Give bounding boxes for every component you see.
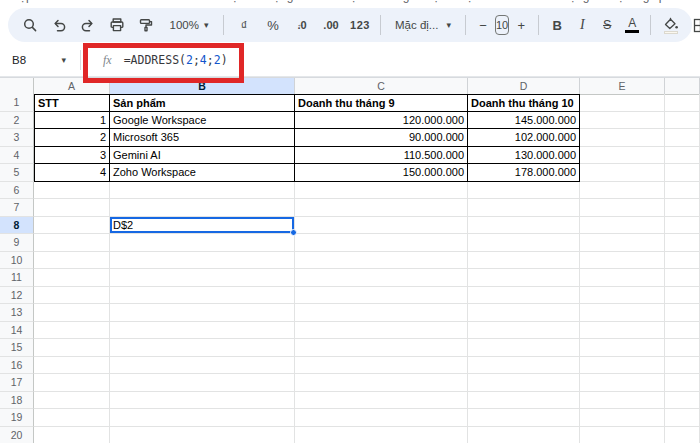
cell-C16[interactable]: [295, 357, 468, 375]
cell-B10[interactable]: [110, 252, 295, 270]
cell-C17[interactable]: [295, 374, 468, 392]
cell-A6[interactable]: [34, 182, 110, 200]
cell-E14[interactable]: [580, 322, 665, 340]
cell-A14[interactable]: [34, 322, 110, 340]
cell-D1[interactable]: Doanh thu tháng 10: [468, 94, 580, 112]
cell-partial12[interactable]: [665, 287, 700, 305]
cell-C10[interactable]: [295, 252, 468, 270]
cell-D16[interactable]: [468, 357, 580, 375]
cell-partial20[interactable]: [665, 427, 700, 443]
cell-E15[interactable]: [580, 339, 665, 357]
cell-B2[interactable]: Google Workspace: [110, 112, 295, 130]
cell-A16[interactable]: [34, 357, 110, 375]
row-header-4[interactable]: 4: [0, 147, 34, 165]
cell-D11[interactable]: [468, 269, 580, 287]
cell-B7[interactable]: [110, 199, 295, 217]
cell-E16[interactable]: [580, 357, 665, 375]
cell-A9[interactable]: [34, 234, 110, 252]
bold-button[interactable]: B: [545, 12, 569, 38]
cell-E9[interactable]: [580, 234, 665, 252]
row-header-9[interactable]: 9: [0, 234, 34, 252]
column-header-D[interactable]: D: [468, 78, 580, 95]
cell-C12[interactable]: [295, 287, 468, 305]
column-header-partial[interactable]: [665, 78, 700, 95]
print-button[interactable]: [103, 12, 131, 38]
cell-E20[interactable]: [580, 427, 665, 443]
cell-partial1[interactable]: [665, 94, 700, 112]
cell-D19[interactable]: [468, 409, 580, 427]
cell-A7[interactable]: [34, 199, 110, 217]
cell-D5[interactable]: 178.000.000: [468, 164, 580, 182]
cell-D15[interactable]: [468, 339, 580, 357]
row-header-18[interactable]: 18: [0, 392, 34, 410]
cell-B1[interactable]: Sản phẩm: [110, 94, 295, 112]
cell-D3[interactable]: 102.000.000: [468, 129, 580, 147]
cell-C14[interactable]: [295, 322, 468, 340]
currency-format-button[interactable]: ₫: [230, 12, 258, 38]
cell-A1[interactable]: STT: [34, 94, 110, 112]
cell-A20[interactable]: [34, 427, 110, 443]
cell-partial5[interactable]: [665, 164, 700, 182]
text-color-button[interactable]: A: [620, 12, 644, 38]
cell-partial13[interactable]: [665, 304, 700, 322]
cell-partial16[interactable]: [665, 357, 700, 375]
cell-E2[interactable]: [580, 112, 665, 130]
cell-E8[interactable]: [580, 217, 665, 235]
cell-C11[interactable]: [295, 269, 468, 287]
cell-B11[interactable]: [110, 269, 295, 287]
row-header-6[interactable]: 6: [0, 182, 34, 200]
cell-C19[interactable]: [295, 409, 468, 427]
row-header-19[interactable]: 19: [0, 409, 34, 427]
cell-E19[interactable]: [580, 409, 665, 427]
cell-partial19[interactable]: [665, 409, 700, 427]
fill-handle[interactable]: [290, 229, 297, 236]
cell-partial18[interactable]: [665, 392, 700, 410]
cell-B13[interactable]: [110, 304, 295, 322]
formula-input[interactable]: =ADDRESS(2;4;2): [124, 53, 228, 67]
cell-D18[interactable]: [468, 392, 580, 410]
fill-color-button[interactable]: [657, 12, 685, 38]
increase-font-size-button[interactable]: +: [510, 12, 532, 38]
font-size-input[interactable]: 10: [495, 15, 509, 35]
cell-C13[interactable]: [295, 304, 468, 322]
cell-C6[interactable]: [295, 182, 468, 200]
more-formats-button[interactable]: 123: [346, 12, 374, 38]
cell-D4[interactable]: 130.000.000: [468, 147, 580, 165]
cell-D8[interactable]: [468, 217, 580, 235]
cell-B20[interactable]: [110, 427, 295, 443]
column-header-E[interactable]: E: [580, 78, 665, 95]
column-header-A[interactable]: A: [34, 78, 110, 95]
cell-A18[interactable]: [34, 392, 110, 410]
cell-partial11[interactable]: [665, 269, 700, 287]
cell-partial14[interactable]: [665, 322, 700, 340]
cell-D12[interactable]: [468, 287, 580, 305]
row-header-20[interactable]: 20: [0, 427, 34, 443]
cell-B14[interactable]: [110, 322, 295, 340]
paint-format-button[interactable]: [132, 12, 160, 38]
row-header-10[interactable]: 10: [0, 252, 34, 270]
cell-A10[interactable]: [34, 252, 110, 270]
row-header-5[interactable]: 5: [0, 164, 34, 182]
cell-A17[interactable]: [34, 374, 110, 392]
cell-A15[interactable]: [34, 339, 110, 357]
cell-partial4[interactable]: [665, 147, 700, 165]
cell-E3[interactable]: [580, 129, 665, 147]
cell-C8[interactable]: [295, 217, 468, 235]
zoom-select[interactable]: 100% ▾: [161, 12, 217, 38]
percent-format-button[interactable]: %: [259, 12, 287, 38]
row-header-8[interactable]: 8: [0, 217, 34, 235]
row-header-1[interactable]: 1: [0, 94, 34, 112]
cell-C15[interactable]: [295, 339, 468, 357]
cell-B5[interactable]: Zoho Workspace: [110, 164, 295, 182]
row-header-17[interactable]: 17: [0, 374, 34, 392]
cell-E7[interactable]: [580, 199, 665, 217]
cell-E12[interactable]: [580, 287, 665, 305]
cell-A19[interactable]: [34, 409, 110, 427]
cell-partial10[interactable]: [665, 252, 700, 270]
font-select[interactable]: Mặc đị... ▾: [387, 12, 459, 38]
cell-C3[interactable]: 90.000.000: [295, 129, 468, 147]
cell-C7[interactable]: [295, 199, 468, 217]
cell-A4[interactable]: 3: [34, 147, 110, 165]
cell-B6[interactable]: [110, 182, 295, 200]
row-header-2[interactable]: 2: [0, 112, 34, 130]
